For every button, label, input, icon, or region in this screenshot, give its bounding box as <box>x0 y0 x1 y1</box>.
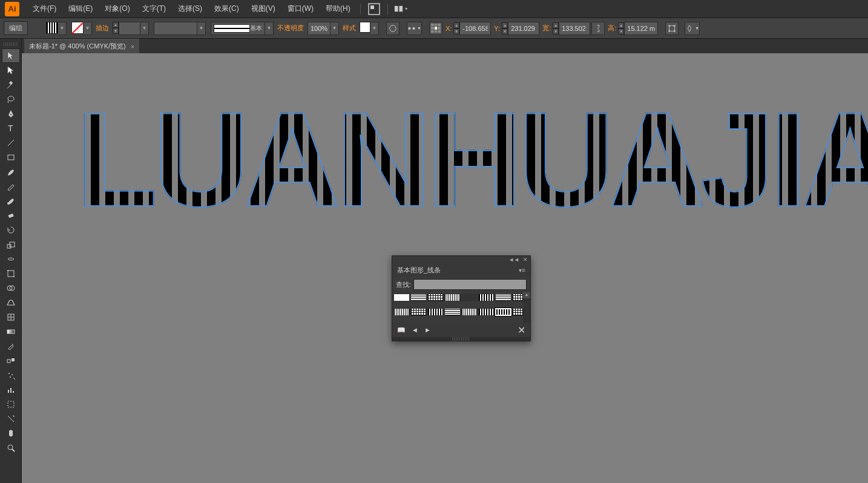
symbol-sprayer-tool[interactable] <box>2 368 20 383</box>
blend-tool[interactable] <box>2 353 20 368</box>
toolbox-handle[interactable] <box>4 42 18 46</box>
h-stepper[interactable]: ▲▼ <box>618 22 624 34</box>
swatch[interactable] <box>478 294 495 301</box>
hand-tool[interactable] <box>2 426 20 441</box>
fill-color[interactable]: ▼ <box>46 22 67 35</box>
panel-search-row: 查找: <box>392 277 530 292</box>
scroll-up-icon[interactable]: ▲ <box>523 292 530 298</box>
swatch[interactable] <box>478 308 495 316</box>
swatch[interactable] <box>393 308 410 316</box>
reference-point[interactable] <box>429 22 442 35</box>
blob-brush-tool[interactable] <box>2 194 20 208</box>
panel-menu-icon[interactable]: ▾≡ <box>519 267 525 274</box>
paintbrush-tool[interactable] <box>2 165 20 179</box>
perspective-tool[interactable] <box>2 295 20 310</box>
y-stepper[interactable]: ▲▼ <box>502 22 508 34</box>
scale-tool[interactable] <box>2 237 20 252</box>
brush-def[interactable]: 基本▼ <box>211 22 274 35</box>
swatch[interactable] <box>427 308 444 316</box>
stroke-weight[interactable]: ▲▼ ▼ <box>113 22 149 35</box>
zoom-tool[interactable] <box>2 441 20 455</box>
type-tool[interactable]: T <box>2 121 20 136</box>
line-tool[interactable] <box>2 136 20 150</box>
menu-edit[interactable]: 编辑(E) <box>62 0 99 18</box>
close-tab-icon[interactable]: × <box>131 43 134 50</box>
recolor-icon[interactable] <box>386 22 399 35</box>
var-width-profile[interactable]: ▼ <box>154 22 206 35</box>
width-tool[interactable] <box>2 252 20 266</box>
swatch[interactable] <box>393 294 410 301</box>
opacity[interactable]: ▼ <box>307 22 339 35</box>
document-tab[interactable]: 未标题-1* @ 400% (CMYK/预览) × <box>24 39 139 53</box>
column-graph-tool[interactable] <box>2 383 20 397</box>
menu-file[interactable]: 文件(F) <box>27 0 62 18</box>
menu-view[interactable]: 视图(V) <box>245 0 281 18</box>
svg-rect-28 <box>7 360 10 363</box>
nav-prev-icon[interactable]: ◄ <box>412 326 418 334</box>
direct-selection-tool[interactable] <box>2 63 20 77</box>
swatch[interactable] <box>461 308 478 316</box>
swatch[interactable] <box>427 294 444 301</box>
graphic-style[interactable]: ▼ <box>360 22 379 35</box>
artboard-tool[interactable] <box>2 397 20 412</box>
svg-point-30 <box>8 373 10 374</box>
svg-point-9 <box>674 25 676 27</box>
pencil-tool[interactable] <box>2 179 20 194</box>
svg-point-21 <box>13 276 15 277</box>
menu-help[interactable]: 帮助(H) <box>320 0 357 18</box>
nav-next-icon[interactable]: ► <box>424 326 431 334</box>
selection-tool[interactable] <box>2 48 20 63</box>
eraser-tool[interactable] <box>2 208 20 223</box>
slice-tool[interactable] <box>2 412 20 426</box>
magic-wand-tool[interactable] <box>2 77 20 92</box>
menu-object[interactable]: 对象(O) <box>99 0 136 18</box>
artwork-text[interactable]: LUANHUAJIA <box>76 84 868 237</box>
panel-resize-handle[interactable] <box>392 337 530 341</box>
stroke-weight-input[interactable] <box>119 22 140 35</box>
free-transform-tool[interactable] <box>2 266 20 281</box>
swatch[interactable] <box>444 308 461 316</box>
swatch[interactable] <box>461 294 478 301</box>
svg-rect-17 <box>7 245 11 248</box>
eyedropper-tool[interactable] <box>2 339 20 353</box>
shape-builder-tool[interactable] <box>2 281 20 295</box>
panel-topbar[interactable]: ◄◄ ✕ <box>392 256 530 263</box>
swatch-selected[interactable] <box>495 308 511 316</box>
swatch[interactable] <box>495 294 511 301</box>
swatch[interactable] <box>410 308 427 316</box>
panel-header[interactable]: 基本图形_线条 ▾≡ <box>392 263 530 277</box>
mesh-tool[interactable] <box>2 310 20 324</box>
transform-icon[interactable] <box>665 22 679 35</box>
menu-effect[interactable]: 效果(C) <box>208 0 245 18</box>
expand-icon[interactable]: ✕ <box>518 324 525 336</box>
w-input[interactable] <box>559 22 590 35</box>
align-icon[interactable]: ▼ <box>407 22 422 35</box>
panel-search-input[interactable] <box>413 279 527 290</box>
stroke-color[interactable]: ▼ <box>71 22 92 35</box>
panel-close-icon[interactable]: ✕ <box>523 257 528 263</box>
panel-collapse-icon[interactable]: ◄◄ <box>508 257 519 263</box>
y-input[interactable] <box>508 22 539 35</box>
doc-layout-icon[interactable] <box>367 3 381 15</box>
library-icon[interactable]: 📖 <box>397 326 406 334</box>
menu-window[interactable]: 窗口(W) <box>281 0 320 18</box>
arrange-icon[interactable]: ▼ <box>394 3 409 15</box>
menu-select[interactable]: 选择(S) <box>172 0 208 18</box>
x-stepper[interactable]: ▲▼ <box>453 22 459 34</box>
swatch[interactable] <box>444 294 461 301</box>
isolate-icon[interactable]: ▼ <box>685 22 700 35</box>
rectangle-tool[interactable] <box>2 150 20 165</box>
link-wh-icon[interactable] <box>591 22 605 35</box>
lasso-tool[interactable] <box>2 92 20 107</box>
svg-rect-6 <box>413 27 415 30</box>
pen-tool[interactable] <box>2 107 20 121</box>
h-input[interactable] <box>624 22 658 35</box>
x-input[interactable] <box>459 22 491 35</box>
swatch[interactable] <box>410 294 427 301</box>
w-stepper[interactable]: ▲▼ <box>553 22 559 34</box>
rotate-tool[interactable] <box>2 223 20 237</box>
menu-type[interactable]: 文字(T) <box>136 0 172 18</box>
opacity-input[interactable] <box>307 22 330 35</box>
gradient-tool[interactable] <box>2 324 20 339</box>
swatch-scrollbar[interactable]: ▲ <box>523 292 530 323</box>
